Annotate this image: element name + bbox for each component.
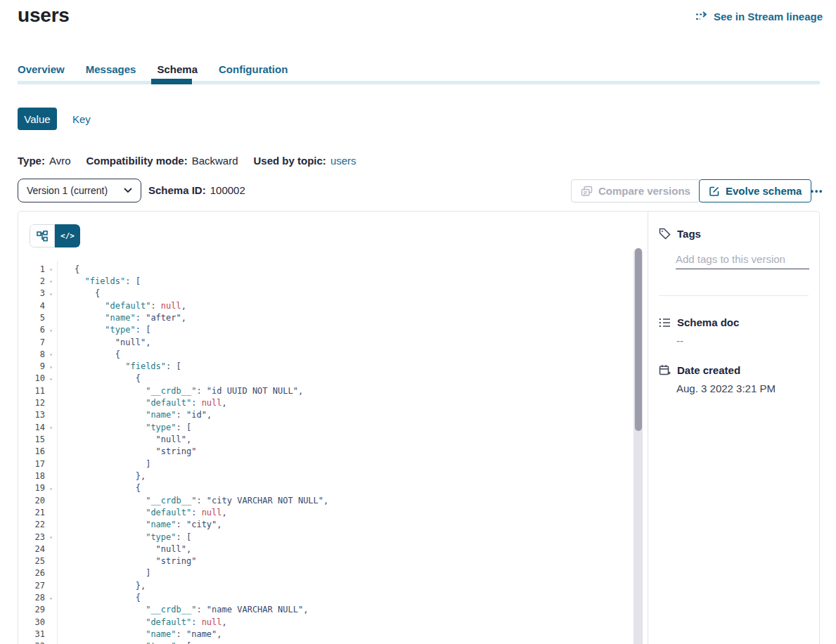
- code-line: 19▾ {: [18, 482, 632, 494]
- line-number: 29: [18, 605, 45, 614]
- line-number: 16: [18, 446, 45, 456]
- tag-icon: [659, 228, 671, 240]
- code-view-icon: </>: [60, 231, 75, 240]
- tab-bar: Overview Messages Schema Configuration: [18, 63, 288, 75]
- fold-arrow-icon[interactable]: ▾: [45, 375, 57, 382]
- code-line: 2▾ "fields": [: [18, 275, 632, 287]
- fold-gutter: [45, 500, 57, 501]
- editor-scrollbar-track[interactable]: [634, 248, 643, 644]
- editor-view-toggle: </>: [30, 224, 80, 247]
- fold-gutter: [45, 585, 57, 586]
- fold-gutter: [45, 390, 57, 392]
- fold-gutter: [45, 463, 57, 465]
- code-text: "null",: [57, 434, 191, 444]
- code-line: 18 },: [18, 470, 632, 482]
- line-number: 23: [18, 532, 45, 542]
- tree-view-button[interactable]: [30, 224, 55, 247]
- code-text: {: [57, 288, 100, 298]
- line-number: 26: [18, 568, 45, 578]
- fold-arrow-icon[interactable]: ▾: [45, 423, 57, 431]
- schema-id: Schema ID: 100002: [148, 184, 245, 196]
- line-number: 3: [18, 288, 45, 298]
- tab-underline-active: [151, 79, 192, 84]
- code-text: ]: [57, 568, 150, 578]
- tab-messages[interactable]: Messages: [86, 63, 136, 75]
- sidebar-divider: [659, 295, 809, 296]
- code-text: "__crdb__": "name VARCHAR NULL",: [57, 605, 308, 614]
- code-line: 22 "name": "city",: [18, 519, 632, 531]
- fold-arrow-icon[interactable]: ▾: [45, 265, 57, 273]
- code-text: "__crdb__": "city VARCHAR NOT NULL",: [57, 496, 328, 505]
- chevron-down-icon: [124, 188, 132, 193]
- code-text: },: [57, 471, 146, 481]
- code-line: 25 "string": [18, 555, 632, 567]
- code-text: {: [57, 349, 120, 359]
- value-tab-button[interactable]: Value: [18, 108, 57, 130]
- line-number: 4: [18, 301, 45, 311]
- version-select[interactable]: Version 1 (current): [18, 179, 141, 202]
- fold-gutter: [45, 451, 57, 452]
- code-text: "default": null,: [57, 617, 227, 627]
- line-number: 25: [18, 556, 45, 566]
- code-text: },: [57, 581, 146, 591]
- type-label: Type:: [18, 155, 45, 167]
- version-select-value: Version 1 (current): [27, 185, 108, 196]
- fold-gutter: [45, 512, 57, 513]
- code-line: 26 ]: [18, 567, 632, 579]
- code-line: 16 "string": [18, 446, 632, 458]
- fold-arrow-icon[interactable]: ▾: [45, 277, 57, 285]
- edit-schema-icon: [709, 186, 720, 197]
- fold-arrow-icon[interactable]: ▾: [45, 533, 57, 541]
- tags-section-header: Tags: [659, 228, 701, 240]
- fold-arrow-icon[interactable]: ▾: [45, 363, 57, 371]
- add-tags-input[interactable]: [676, 249, 809, 269]
- fold-arrow-icon[interactable]: ▾: [45, 350, 57, 358]
- code-line: 30 "default": null,: [18, 616, 632, 628]
- code-text: {: [57, 593, 141, 603]
- code-line: 28▾ {: [18, 591, 632, 603]
- tab-overview[interactable]: Overview: [18, 63, 65, 75]
- tab-underline-track: [18, 81, 820, 84]
- code-line: 12 "default": null,: [18, 397, 632, 408]
- fold-arrow-icon[interactable]: ▾: [45, 326, 57, 334]
- more-actions-button[interactable]: •••: [804, 179, 830, 202]
- code-text: "name": "after",: [57, 313, 186, 323]
- code-line: 4 "default": null,: [18, 300, 632, 311]
- fold-gutter: [45, 317, 57, 318]
- tab-configuration[interactable]: Configuration: [219, 63, 288, 75]
- key-tab-button[interactable]: Key: [72, 113, 91, 125]
- date-created-title: Date created: [677, 364, 740, 376]
- fold-gutter: [45, 475, 57, 477]
- code-view-button[interactable]: </>: [55, 224, 80, 247]
- evolve-schema-button[interactable]: Evolve schema: [699, 179, 811, 202]
- schema-panel: </> 1▾{2▾ "fields": [3▾ {4 "default": nu…: [18, 211, 820, 644]
- code-line: 7 "null",: [18, 336, 632, 348]
- line-number: 20: [18, 496, 45, 505]
- code-text: {: [57, 483, 141, 493]
- fold-arrow-icon[interactable]: ▾: [45, 290, 57, 297]
- fold-gutter: [45, 524, 57, 525]
- topic-link[interactable]: users: [330, 155, 356, 167]
- fold-arrow-icon[interactable]: ▾: [45, 484, 57, 492]
- compatibility-mode-label: Compatibility mode:: [86, 155, 187, 167]
- code-line: 11 "__crdb__": "id UUID NOT NULL",: [18, 385, 632, 397]
- compare-versions-icon: [581, 186, 593, 197]
- schema-sidebar: Tags Schema doc --: [648, 212, 820, 644]
- line-number: 24: [18, 544, 45, 554]
- code-text: "default": null,: [57, 301, 186, 311]
- editor-scrollbar-thumb[interactable]: [635, 248, 642, 431]
- fold-gutter: [45, 572, 57, 574]
- line-number: 15: [18, 434, 45, 444]
- stream-lineage-icon: [696, 11, 709, 22]
- line-number: 6: [18, 325, 45, 335]
- code-text: "type": [: [57, 641, 191, 644]
- tab-schema[interactable]: Schema: [157, 63, 198, 75]
- fold-gutter: [45, 342, 57, 343]
- schema-id-value: 100002: [210, 184, 245, 196]
- code-text: "name": "id",: [57, 410, 212, 420]
- code-line: 23▾ "type": [: [18, 531, 632, 543]
- fold-arrow-icon[interactable]: ▾: [45, 594, 57, 602]
- see-in-stream-lineage-link[interactable]: See in Stream lineage: [696, 11, 823, 22]
- line-number: 12: [18, 398, 45, 408]
- compare-versions-button[interactable]: Compare versions: [571, 179, 700, 202]
